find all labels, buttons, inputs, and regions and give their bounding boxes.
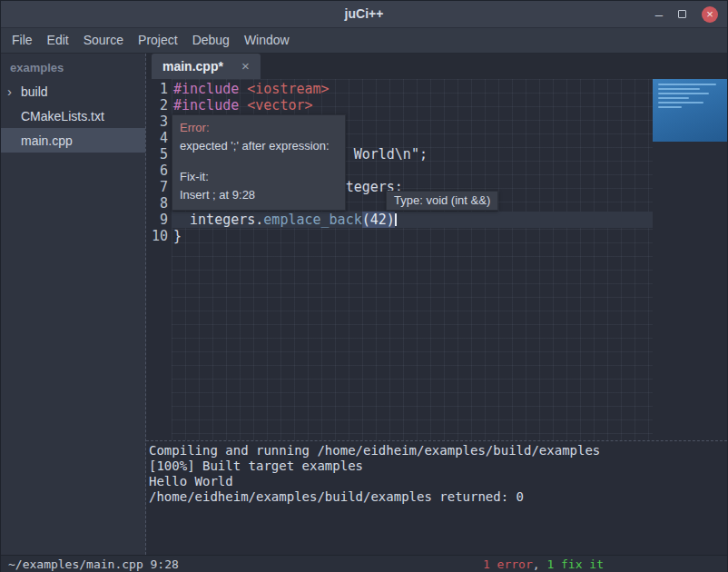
error-count: 1 error (483, 557, 533, 571)
code-text: #include <vector> (172, 97, 653, 113)
app-window: juCi++ – × FileEditSourceProjectDebugWin… (0, 0, 728, 572)
line-number: 2 (146, 97, 172, 113)
status-file-position: ~/examples/main.cpp 9:28 (8, 557, 179, 571)
text-cursor (395, 213, 397, 226)
status-separator: , (533, 557, 547, 571)
code-segment: (42) (362, 212, 395, 228)
tooltip-spacer (180, 155, 338, 168)
code-line[interactable]: 2#include <vector> (146, 97, 653, 113)
sidebar-list: ›buildCMakeLists.txtmain.cpp (1, 79, 145, 153)
code-segment: emplace_back (263, 212, 361, 228)
editor-pane: main.cpp* × 1#include <iostream>2#includ… (146, 54, 727, 555)
source-overview-map[interactable] (653, 79, 727, 142)
map-line (658, 102, 703, 104)
code-segment: <vector> (247, 97, 312, 113)
menu-item-debug[interactable]: Debug (185, 28, 237, 53)
sidebar-item-label: CMakeLists.txt (21, 109, 104, 123)
menu-item-source[interactable]: Source (76, 28, 131, 53)
map-line (658, 97, 689, 99)
terminal-output[interactable]: Compiling and running /home/eidheim/exam… (146, 440, 727, 555)
diagnostic-tooltip: Error: expected ';' after expression: Fi… (172, 114, 346, 211)
tabbar: main.cpp* × (146, 54, 727, 79)
window-title: juCi++ (1, 1, 727, 27)
code-segment: ; (419, 146, 428, 163)
code-segment: #include (173, 81, 247, 97)
map-line (658, 106, 682, 108)
fixit-title: Fix-it: (180, 168, 338, 186)
terminal-line: /home/eidheim/examples/build/examples re… (149, 489, 727, 505)
menu-item-edit[interactable]: Edit (40, 28, 76, 53)
sidebar-item-build[interactable]: ›build (1, 79, 145, 104)
line-number: 1 (146, 81, 172, 97)
tab-main-cpp[interactable]: main.cpp* × (152, 54, 261, 79)
window-controls: – × (655, 1, 718, 27)
tab-close-icon[interactable]: × (241, 60, 250, 73)
statusbar: ~/examples/main.cpp 9:28 1 error, 1 fix … (1, 555, 727, 572)
code-text: #include <iostream> (172, 81, 653, 97)
sidebar-item-label: build (21, 84, 48, 99)
line-number: 8 (146, 195, 172, 212)
code-segment: integers. (173, 212, 263, 228)
status-diagnostics: 1 error, 1 fix it (483, 557, 604, 571)
menu-item-project[interactable]: Project (131, 28, 185, 53)
file-tree-sidebar: examples ›buildCMakeLists.txtmain.cpp (1, 54, 146, 555)
line-number: 4 (146, 130, 172, 146)
sidebar-item-main-cpp[interactable]: main.cpp (1, 128, 145, 153)
titlebar: juCi++ – × (1, 1, 727, 28)
code-segment: #include (173, 97, 247, 113)
terminal-line: Compiling and running /home/eidheim/exam… (149, 443, 727, 459)
project-name: examples (1, 54, 145, 79)
maximize-icon[interactable] (678, 10, 686, 18)
code-segment: <iostream> (247, 81, 329, 97)
map-line (658, 84, 716, 85)
error-title: Error: (180, 119, 338, 137)
fixit-count: 1 fix it (546, 557, 604, 571)
code-line[interactable]: 1#include <iostream> (146, 81, 653, 97)
menubar: FileEditSourceProjectDebugWindow (1, 28, 727, 54)
code-text: } (172, 228, 653, 244)
sidebar-item-label: main.cpp (21, 133, 73, 148)
terminal-line: Hello World (149, 474, 727, 489)
editor[interactable]: 1#include <iostream>2#include <vector>34… (146, 79, 727, 440)
type-tooltip: Type: void (int &&) (386, 191, 498, 211)
chevron-right-icon: › (7, 84, 21, 98)
content: examples ›buildCMakeLists.txtmain.cpp ma… (1, 54, 727, 555)
line-number: 6 (146, 163, 172, 179)
line-number: 10 (146, 228, 172, 244)
fixit-message: Insert ; at 9:28 (180, 186, 338, 204)
map-line (658, 88, 700, 90)
code-segment: } (173, 228, 182, 244)
minimize-icon[interactable]: – (655, 10, 663, 19)
line-number: 3 (146, 113, 172, 130)
code-text: integers.emplace_back(42) (172, 212, 653, 228)
tab-label: main.cpp* (162, 59, 223, 74)
terminal-line: [100%] Built target examples (149, 459, 727, 474)
menu-item-window[interactable]: Window (237, 28, 297, 53)
close-icon[interactable]: × (702, 6, 718, 23)
code-line[interactable]: 10} (146, 228, 653, 244)
error-message: expected ';' after expression: (180, 137, 338, 155)
sidebar-item-cmakelists-txt[interactable]: CMakeLists.txt (1, 104, 145, 128)
line-number: 7 (146, 179, 172, 195)
map-line (658, 93, 709, 94)
code-line[interactable]: 9 integers.emplace_back(42) (146, 212, 653, 228)
line-number: 5 (146, 146, 172, 163)
line-number: 9 (146, 212, 172, 228)
menu-item-file[interactable]: File (5, 28, 40, 53)
